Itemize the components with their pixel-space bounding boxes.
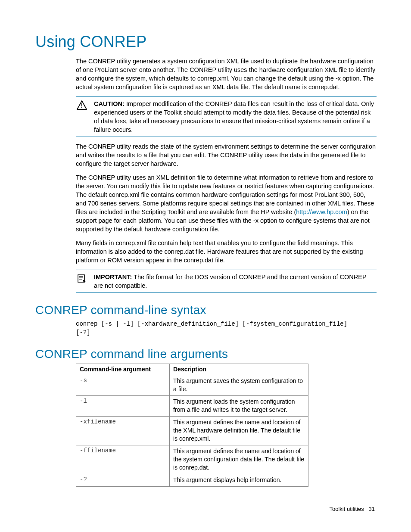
arg-name: -s [76,375,170,396]
arg-desc: This argument loads the system configura… [170,396,308,417]
paragraph-2: The CONREP utility reads the state of th… [76,142,377,168]
page-footer: Toolkit utilities 31 [329,506,375,512]
important-label: IMPORTANT: [94,274,132,280]
table-row: -? This argument displays help informati… [76,474,308,487]
arg-name: -xfilename [76,417,170,445]
caution-label: CAUTION: [94,100,125,107]
table-row: -s This argument saves the system config… [76,375,308,396]
footer-page-number: 31 [369,506,375,512]
svg-rect-1 [81,103,82,106]
syntax-code: conrep [-s | -l] [-xhardware_definition_… [76,320,377,337]
args-heading: CONREP command line arguments [35,347,377,361]
arg-name: -? [76,474,170,487]
hp-website-link[interactable]: http://www.hp.com [296,208,347,215]
document-page: Using CONREP The CONREP utility generate… [0,0,411,532]
arg-name: -ffilename [76,445,170,474]
caution-body: Improper modification of the CONREP data… [94,100,374,133]
caution-icon [76,100,88,110]
col-header-description: Description [170,364,308,375]
page-title: Using CONREP [35,33,377,51]
arg-desc: This argument defines the name and locat… [170,445,308,474]
arg-desc: This argument saves the system configura… [170,375,308,396]
important-text: IMPORTANT: The file format for the DOS v… [94,273,377,290]
body-content: The CONREP utility generates a system co… [76,57,377,293]
paragraph-3: The CONREP utility uses an XML definitio… [76,173,377,233]
important-body: The file format for the DOS version of C… [94,274,366,289]
table-row: -l This argument loads the system config… [76,396,308,417]
caution-text: CAUTION: Improper modification of the CO… [94,100,377,134]
table-row: -xfilename This argument defines the nam… [76,417,308,445]
intro-paragraph: The CONREP utility generates a system co… [76,57,377,91]
col-header-argument: Command-line argument [76,364,170,375]
svg-rect-2 [81,107,82,108]
arg-desc: This argument displays help information. [170,474,308,487]
caution-block: CAUTION: Improper modification of the CO… [76,96,377,137]
table-row: -ffilename This argument defines the nam… [76,445,308,474]
table-header-row: Command-line argument Description [76,364,308,375]
important-icon [76,273,88,283]
arguments-table: Command-line argument Description -s Thi… [76,364,308,487]
important-block: IMPORTANT: The file format for the DOS v… [76,270,377,293]
arg-desc: This argument defines the name and locat… [170,417,308,445]
paragraph-4: Many fields in conrep.xml file contain h… [76,239,377,264]
arg-name: -l [76,396,170,417]
syntax-heading: CONREP command-line syntax [35,303,377,317]
footer-section: Toolkit utilities [329,506,364,512]
